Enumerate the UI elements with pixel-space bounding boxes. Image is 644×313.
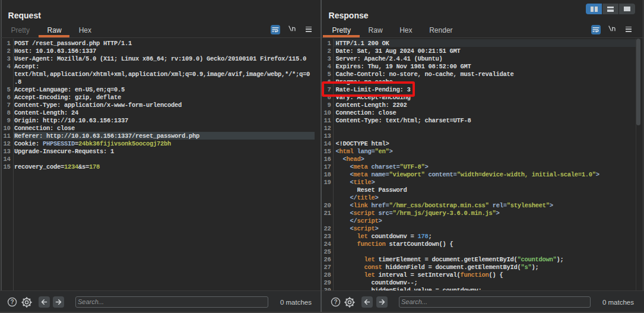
svg-text:?: ?: [10, 299, 14, 305]
svg-text:?: ?: [334, 299, 337, 305]
